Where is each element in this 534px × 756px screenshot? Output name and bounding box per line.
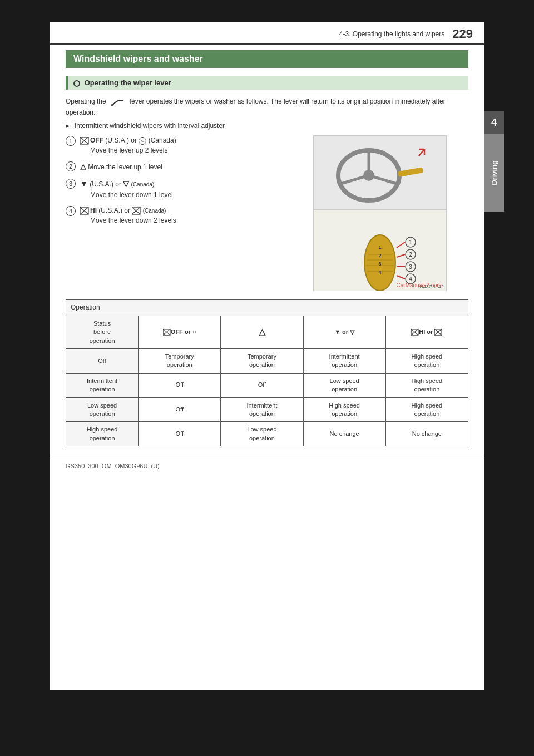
cell-low-col3: High speedoperation bbox=[303, 397, 385, 422]
cell-high-col4: No change bbox=[385, 422, 468, 446]
svg-text:4: 4 bbox=[409, 276, 412, 282]
svg-text:3: 3 bbox=[409, 264, 412, 270]
col1-sym1-icon bbox=[163, 329, 171, 336]
cell-high-col2: Low speedoperation bbox=[221, 422, 303, 446]
cell-int-col4: High speedoperation bbox=[385, 373, 468, 397]
status-lowspeed: Low speedoperation bbox=[66, 397, 139, 422]
instr-num-1: 1 bbox=[66, 136, 76, 146]
table-col-1-header: OFF or ○ bbox=[139, 316, 221, 348]
instructions-column: 1 OFF (U.S.A.) or ○ (Canada) bbox=[66, 135, 282, 291]
two-col-layout: 1 OFF (U.S.A.) or ○ (Canada) bbox=[66, 135, 468, 291]
bullet-item: Intermittent windshield wipers with inte… bbox=[66, 122, 468, 130]
watermark: CarManuals2.com bbox=[397, 282, 442, 288]
status-intermittent: Intermittentoperation bbox=[66, 373, 139, 397]
instr-num-3: 3 bbox=[66, 179, 76, 189]
sym-down-outline: ▽ bbox=[123, 179, 129, 188]
cell-off-col3: Intermittentoperation bbox=[303, 348, 385, 373]
svg-text:2: 2 bbox=[378, 253, 381, 258]
table-operation-label: Operation bbox=[66, 300, 468, 316]
svg-text:2: 2 bbox=[409, 252, 412, 258]
status-highspeed: High speedoperation bbox=[66, 422, 139, 446]
cell-int-col3: Low speedoperation bbox=[303, 373, 385, 397]
instruction-item-3: 3 ▼ (U.S.A.) or ▽ (Canada) Move the leve… bbox=[66, 178, 282, 200]
table-row-highspeed: High speedoperation Off Low speedoperati… bbox=[66, 422, 468, 446]
cell-off-col4: High speedoperation bbox=[385, 348, 468, 373]
cell-high-col3: No change bbox=[303, 422, 385, 446]
page-number: 229 bbox=[452, 27, 473, 41]
circle-sym: ○ bbox=[139, 137, 146, 145]
cell-int-col2: Off bbox=[221, 373, 303, 397]
instruction-item-1: 1 OFF (U.S.A.) or ○ (Canada) bbox=[66, 135, 282, 155]
svg-text:3: 3 bbox=[378, 261, 381, 267]
side-tab-number: 4 bbox=[484, 111, 504, 134]
sym-hi: HI bbox=[80, 207, 98, 214]
steering-wheel-svg bbox=[322, 139, 438, 206]
section-label: 4-3. Operating the lights and wipers bbox=[339, 30, 444, 38]
wiper-bottom-image: 1 2 3 4 1 2 3 4 bbox=[314, 210, 446, 291]
table-col-3-header: ▼ or ▽ bbox=[303, 316, 385, 348]
table-col-4-header: HI or bbox=[385, 316, 468, 348]
side-tab: Driving bbox=[484, 134, 504, 212]
off-sym-icon bbox=[80, 137, 89, 145]
sym-down-filled: ▼ bbox=[80, 179, 88, 188]
intro-paragraph: Operating the lever operates the wipers … bbox=[66, 96, 468, 117]
instruction-item-4: 4 HI (U.S.A.) or bbox=[66, 205, 282, 225]
sub-section-title: Operating the wiper lever bbox=[66, 76, 468, 90]
cell-low-col2: Intermittentoperation bbox=[221, 397, 303, 422]
image-column: 1 2 3 4 1 2 3 4 bbox=[291, 135, 468, 291]
col4-sym2-icon bbox=[434, 329, 442, 336]
side-tab-label: Driving bbox=[490, 160, 498, 185]
instr-num-2: 2 bbox=[66, 161, 76, 171]
cell-int-col1: Off bbox=[139, 373, 221, 397]
col4-sym1-icon bbox=[411, 329, 419, 336]
page-header: 4-3. Operating the lights and wipers 229 bbox=[50, 22, 484, 45]
hi-sym-icon bbox=[80, 207, 89, 215]
main-content: Windshield wipers and washer Operating t… bbox=[50, 45, 484, 458]
page: 4-3. Operating the lights and wipers 229… bbox=[50, 22, 484, 690]
cell-off-col2: Temporaryoperation bbox=[221, 348, 303, 373]
sym-off: OFF bbox=[80, 136, 105, 144]
svg-point-14 bbox=[363, 170, 374, 181]
lever-closeup-svg: 1 2 3 4 1 2 3 4 bbox=[322, 210, 438, 291]
table-row-off: Off Temporaryoperation Temporaryoperatio… bbox=[66, 348, 468, 373]
table-col-2-header: △ bbox=[221, 316, 303, 348]
svg-rect-0 bbox=[111, 104, 113, 106]
canada-sym-icon bbox=[132, 207, 141, 215]
instr-text-2: △ Move the lever up 1 level bbox=[80, 161, 282, 173]
instruction-item-2: 2 △ Move the lever up 1 level bbox=[66, 161, 282, 173]
wiper-top-image bbox=[314, 136, 446, 210]
cell-low-col4: High speedoperation bbox=[385, 397, 468, 422]
svg-text:4: 4 bbox=[378, 269, 381, 275]
instr-text-3: ▼ (U.S.A.) or ▽ (Canada) Move the lever … bbox=[80, 178, 282, 200]
status-off: Off bbox=[66, 348, 139, 373]
instr-text-1: OFF (U.S.A.) or ○ (Canada) Move the leve… bbox=[80, 135, 282, 155]
section-title: Windshield wipers and washer bbox=[66, 50, 468, 68]
svg-text:1: 1 bbox=[409, 239, 412, 246]
circle-icon bbox=[73, 80, 80, 87]
footer-model: GS350_300_OM_OM30G96U_(U) bbox=[66, 463, 160, 469]
operation-table: Operation Statusbeforeoperation OFF bbox=[66, 299, 468, 446]
svg-text:1: 1 bbox=[378, 244, 381, 250]
cell-low-col1: Off bbox=[139, 397, 221, 422]
wiper-diagram: 1 2 3 4 1 2 3 4 bbox=[313, 135, 447, 291]
wiper-icon bbox=[110, 96, 126, 107]
cell-high-col1: Off bbox=[139, 422, 221, 446]
cell-off-col1: Temporaryoperation bbox=[139, 348, 221, 373]
instr-text-4: HI (U.S.A.) or (Canada) Move the lever d… bbox=[80, 205, 282, 225]
table-row-lowspeed: Low speedoperation Off Intermittentopera… bbox=[66, 397, 468, 422]
sym-up: △ bbox=[80, 162, 86, 171]
table-status-header: Statusbeforeoperation bbox=[66, 316, 139, 348]
instr-num-4: 4 bbox=[66, 206, 76, 216]
page-footer: GS350_300_OM_OM30G96U_(U) bbox=[50, 458, 484, 474]
svg-rect-15 bbox=[398, 167, 423, 177]
table-row-intermittent: Intermittentoperation Off Off Low speedo… bbox=[66, 373, 468, 397]
